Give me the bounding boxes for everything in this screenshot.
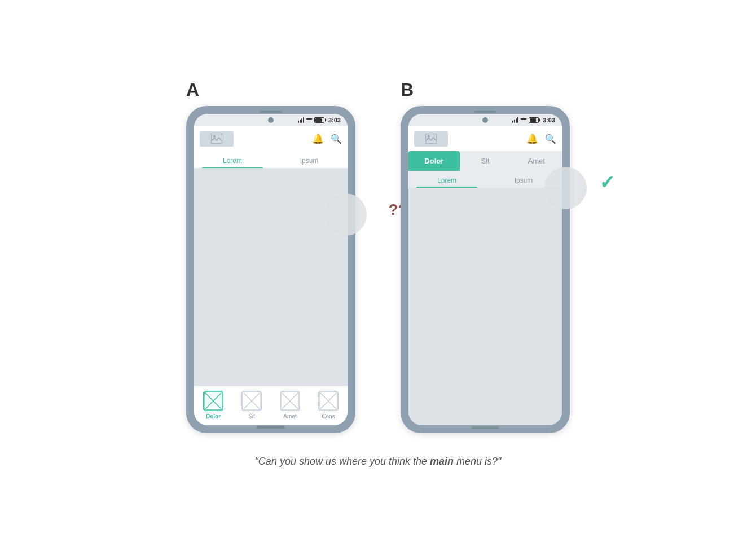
app-bar-icons-b: 🔔 🔍 [526, 133, 556, 145]
nav-item-dolor[interactable]: Dolor [203, 391, 223, 420]
battery-icon-b [529, 117, 539, 123]
status-icons-b: 3:03 [512, 117, 555, 123]
nav-icon-sit [241, 391, 262, 411]
nav-icon-cons [318, 391, 339, 411]
section-a: A [186, 80, 355, 433]
bell-icon-b: 🔔 [526, 133, 538, 145]
dolor-icon-svg [204, 391, 223, 411]
cons-icon-svg [319, 391, 338, 411]
sub-tabs-b: Lorem Ipsum [408, 171, 562, 188]
nav-item-cons[interactable]: Cons [318, 391, 339, 420]
bottom-nav-a[interactable]: Dolor [194, 386, 348, 425]
sub-tab-lorem-a[interactable]: Lorem [194, 151, 271, 168]
phone-camera-b [482, 117, 488, 123]
nav-item-amet[interactable]: Amet [280, 391, 300, 420]
annotation-circle-b [544, 167, 587, 209]
battery-icon-a [314, 117, 324, 123]
nav-label-cons: Cons [322, 413, 335, 420]
nav-item-sit[interactable]: Sit [241, 391, 262, 420]
phone-screen-a: 3:03 [194, 114, 348, 425]
image-icon-a [211, 134, 222, 144]
top-tab-amet[interactable]: Amet [511, 151, 562, 171]
annotation-circle-a [324, 193, 367, 236]
svg-marker-1 [307, 120, 311, 122]
section-b-label: B [401, 80, 414, 100]
signal-icon-a [298, 117, 304, 123]
logo-a [200, 131, 234, 147]
nav-label-dolor: Dolor [206, 413, 221, 420]
phones-row: A [186, 80, 570, 433]
signal-icon-b [512, 117, 518, 123]
svg-point-3 [213, 135, 216, 138]
bell-icon-a: 🔔 [312, 133, 324, 145]
logo-b [414, 131, 448, 147]
phone-frame-a: 3:03 [186, 106, 355, 433]
top-tab-sit[interactable]: Sit [460, 151, 511, 171]
phone-screen-b: 3:03 [408, 114, 562, 425]
status-time-a: 3:03 [328, 117, 341, 123]
image-icon-b [425, 134, 437, 144]
sub-tab-ipsum-a[interactable]: Ipsum [271, 151, 348, 168]
wifi-icon-b [520, 117, 527, 123]
sit-icon-svg [242, 391, 261, 411]
status-time-b: 3:03 [543, 117, 555, 123]
app-bar-b: 🔔 🔍 [408, 126, 562, 151]
nav-icon-dolor [203, 391, 223, 411]
caption: "Can you show us where you think the mai… [254, 456, 501, 467]
search-icon-b: 🔍 [545, 134, 556, 144]
nav-label-amet: Amet [283, 413, 296, 420]
caption-start: "Can you show us where you think the [254, 456, 430, 467]
svg-point-19 [428, 135, 430, 138]
top-nav-tabs-b[interactable]: Dolor Sit Amet [408, 151, 562, 171]
sub-tab-lorem-b[interactable]: Lorem [408, 171, 485, 188]
section-a-label: A [186, 80, 199, 100]
amet-icon-svg [280, 391, 300, 411]
svg-marker-17 [521, 120, 526, 122]
search-icon-a: 🔍 [331, 134, 342, 144]
wifi-icon-a [306, 117, 313, 123]
nav-icon-amet [280, 391, 300, 411]
nav-label-sit: Sit [248, 413, 255, 420]
content-area-b [408, 188, 562, 425]
status-icons-a: 3:03 [298, 117, 341, 123]
checkmark-b: ✓ [599, 171, 615, 193]
caption-bold: main [430, 456, 454, 467]
phone-camera-a [268, 117, 274, 123]
app-bar-icons-a: 🔔 🔍 [312, 133, 342, 145]
section-b: B [401, 80, 570, 433]
sub-tabs-a: Lorem Ipsum [194, 151, 348, 168]
caption-end: menu is?" [454, 456, 501, 467]
app-bar-a: 🔔 🔍 [194, 126, 348, 151]
content-area-a [194, 169, 348, 386]
phone-frame-b: 3:03 [401, 106, 570, 433]
top-tab-dolor[interactable]: Dolor [408, 151, 460, 171]
main-container: A [0, 80, 756, 467]
